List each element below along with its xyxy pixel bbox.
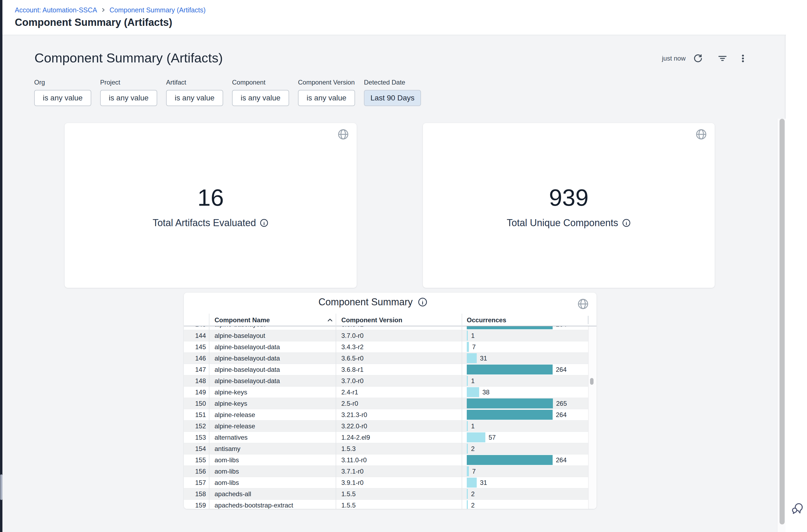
table-row[interactable]: 154antisamy1.5.32	[184, 443, 589, 454]
row-number: 156	[184, 466, 206, 477]
row-number: 147	[184, 364, 206, 375]
table-row[interactable]: 152alpine-release3.22.0-r01	[184, 420, 589, 432]
table-header: Component Name Component Version Occurre…	[184, 314, 589, 326]
occurrences-bar	[467, 387, 479, 397]
table-row[interactable]: 147alpine-baselayout-data3.6.8-r1264	[184, 364, 589, 375]
component-version-cell: 3.22.0-r0	[341, 420, 367, 432]
tile-total-artifacts: 16 Total Artifacts Evaluated	[64, 123, 357, 288]
column-header-occurrences[interactable]: Occurrences	[467, 314, 506, 326]
table-body: 143alpine-baselayout3.6.8-r1264144alpine…	[184, 326, 589, 509]
globe-icon[interactable]	[695, 128, 707, 140]
table-row[interactable]: 156aom-libs3.7.1-r07	[184, 466, 589, 477]
occurrences-value: 1	[471, 375, 475, 386]
component-version-cell: 3.6.8-r1	[341, 364, 364, 375]
filter-value-button[interactable]: is any value	[100, 90, 157, 106]
component-version-cell: 3.11.0-r0	[341, 454, 367, 466]
occurrences-bar	[467, 330, 468, 341]
filter-label: Artifact	[166, 79, 223, 86]
table-row[interactable]: 143alpine-baselayout3.6.8-r1264	[184, 326, 589, 330]
refresh-button[interactable]	[692, 52, 705, 65]
component-version-cell: 3.7.1-r0	[341, 466, 364, 477]
column-header-component-name[interactable]: Component Name	[214, 314, 270, 326]
filter-value-button[interactable]: is any value	[232, 90, 289, 106]
filter-value-button[interactable]: Last 90 Days	[364, 90, 421, 106]
globe-icon[interactable]	[577, 298, 589, 310]
row-number: 154	[184, 443, 206, 454]
row-number: 143	[184, 326, 206, 330]
occurrences-value: 38	[482, 386, 489, 398]
column-header-component-version[interactable]: Component Version	[341, 314, 402, 326]
metric-value: 939	[423, 185, 715, 211]
globe-icon[interactable]	[337, 128, 349, 140]
breadcrumb-page-link[interactable]: Component Summary (Artifacts)	[110, 6, 206, 14]
row-number: 149	[184, 386, 206, 398]
row-number: 145	[184, 341, 206, 353]
tile-total-unique-components: 939 Total Unique Components	[423, 123, 715, 288]
info-icon[interactable]	[418, 297, 428, 307]
metric-label: Total Unique Components	[423, 217, 715, 229]
table-row[interactable]: 149alpine-keys2.4-r138	[184, 386, 589, 398]
sort-asc-icon[interactable]	[327, 314, 333, 326]
row-number: 159	[184, 500, 206, 509]
component-version-cell: 3.6.8-r1	[341, 326, 364, 330]
component-name-cell: alpine-keys	[214, 386, 247, 398]
kebab-menu-button[interactable]	[736, 52, 749, 65]
occurrences-bar	[467, 398, 553, 408]
page: Account: Automation-SSCA Component Summa…	[0, 0, 807, 532]
row-number: 158	[184, 488, 206, 499]
filter-label: Component	[232, 79, 289, 86]
table-row[interactable]: 145alpine-baselayout-data3.4.3-r27	[184, 341, 589, 353]
table-row[interactable]: 150alpine-keys2.5-r0265	[184, 398, 589, 409]
row-number: 152	[184, 420, 206, 432]
component-name-cell: alpine-baselayout-data	[214, 375, 280, 386]
info-icon[interactable]	[260, 218, 269, 228]
table-row[interactable]: 148alpine-baselayout-data3.7.0-r01	[184, 375, 589, 386]
occurrences-value: 31	[480, 353, 487, 364]
occurrences-value: 264	[556, 454, 566, 466]
occurrences-value: 2	[471, 443, 475, 454]
table-row[interactable]: 153alternatives1.24-2.el957	[184, 432, 589, 443]
filter-value-button[interactable]: is any value	[34, 90, 91, 106]
metric-value: 16	[64, 185, 357, 211]
component-name-cell: aom-libs	[214, 466, 239, 477]
occurrences-bar	[467, 489, 468, 499]
filter-component-version: Component Versionis any value	[298, 79, 355, 106]
info-icon[interactable]	[622, 218, 631, 228]
table-row[interactable]: 157aom-libs3.9.1-r031	[184, 477, 589, 488]
table-row[interactable]: 144alpine-baselayout3.7.0-r01	[184, 330, 589, 341]
breadcrumb-account-link[interactable]: Account: Automation-SSCA	[15, 6, 97, 14]
occurrences-bar	[467, 364, 553, 375]
table-scrollbar-thumb[interactable]	[590, 378, 594, 385]
component-version-cell: 3.7.0-r0	[341, 330, 364, 341]
occurrences-value: 1	[471, 420, 475, 432]
page-title: Component Summary (Artifacts)	[15, 17, 172, 28]
component-version-cell: 3.4.3-r2	[341, 341, 364, 353]
occurrences-bar	[467, 478, 477, 488]
breadcrumb: Account: Automation-SSCA Component Summa…	[15, 6, 206, 14]
left-nav-scrollbar-thumb[interactable]	[0, 474, 2, 500]
occurrences-bar	[467, 376, 468, 386]
column-divider	[462, 314, 462, 509]
component-version-cell: 1.24-2.el9	[341, 432, 370, 443]
filter-label: Org	[34, 79, 91, 86]
filter-project: Projectis any value	[100, 79, 157, 106]
table-row[interactable]: 159apacheds-bootstrap-extract1.5.52	[184, 500, 589, 509]
filter-detected-date: Detected DateLast 90 Days	[364, 79, 421, 106]
filter-value-button[interactable]: is any value	[298, 90, 355, 106]
row-number: 151	[184, 409, 206, 420]
table-row[interactable]: 155aom-libs3.11.0-r0264	[184, 454, 589, 466]
occurrences-bar	[467, 466, 469, 476]
page-scrollbar-thumb[interactable]	[780, 119, 785, 525]
filter-component: Componentis any value	[232, 79, 289, 106]
table-row[interactable]: 146alpine-baselayout-data3.6.5-r031	[184, 353, 589, 364]
filter-value-button[interactable]: is any value	[166, 90, 223, 106]
component-version-cell: 1.5.5	[341, 500, 356, 509]
occurrences-bar	[467, 455, 553, 465]
dashboard-canvas: Component Summary (Artifacts) just now O…	[2, 35, 786, 532]
component-version-cell: 1.5.3	[341, 443, 356, 454]
table-row[interactable]: 158apacheds-all1.5.52	[184, 488, 589, 500]
filter-button[interactable]	[716, 52, 729, 65]
table-row[interactable]: 151alpine-release3.21.3-r0264	[184, 409, 589, 420]
chat-help-button[interactable]	[791, 503, 803, 514]
row-number: 146	[184, 353, 206, 364]
